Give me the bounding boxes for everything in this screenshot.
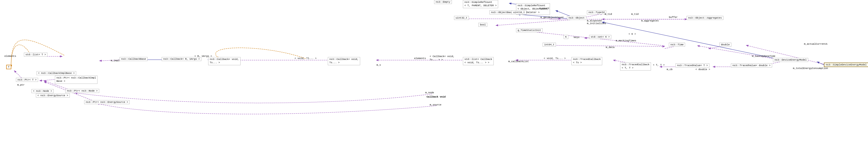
- label-elements2: elements: [414, 57, 426, 60]
- label-callback-void-detected: Callback void: [427, 95, 446, 98]
- label-m-node: m_node: [425, 91, 434, 94]
- label-m-callback-list: m_callbackList: [508, 60, 529, 63]
- label-m-marking-times: m_markingTimes: [616, 39, 636, 42]
- label-m-cb: m_cb: [667, 68, 673, 71]
- label-elements: elements: [4, 55, 16, 57]
- node-int64[interactable]: int64_t: [542, 43, 556, 47]
- label-m-data: m_data: [606, 46, 615, 49]
- label-void-Ts2: < void, Ts... >: [544, 57, 566, 60]
- label-m-last-update: m_lastUpdateTime: [752, 55, 775, 57]
- label-m-impl: m_impl: [111, 59, 120, 62]
- node-uint16[interactable]: uint16_t: [512, 10, 526, 14]
- node-simplerefcount2[interactable]: ns3::SimpleRefCount< T, PARENT, DELETER …: [463, 0, 498, 8]
- label-KT: < K >: [628, 33, 636, 35]
- label-m-get-object-count: m_getObjectCount: [540, 16, 564, 19]
- node-callback-R-UArgs[interactable]: ns3::Callback< R, UArgs >: [162, 57, 201, 61]
- label-m-ptr: m_ptr: [17, 84, 25, 86]
- label-keys: keys: [574, 36, 580, 39]
- node-callback-base[interactable]: ns3::CallbackBase: [120, 57, 148, 61]
- node-time[interactable]: ns3::Time: [669, 43, 685, 47]
- node-callback-void-Ts2[interactable]: ns3::Callback< void,Ts... >: [328, 57, 360, 65]
- node-callbackimplbase[interactable]: < ns3::CallbackImplBase >: [36, 71, 76, 75]
- node-double[interactable]: double: [719, 43, 731, 47]
- node-object[interactable]: ns3::Object: [567, 16, 586, 20]
- node-objectbase[interactable]: ns3::ObjectBase: [490, 10, 515, 14]
- label-m-tid2: m_tid: [631, 13, 639, 15]
- node-stdlist-callback[interactable]: std::list< Callback< void, Ts... > >: [463, 57, 494, 65]
- node-ptr-T[interactable]: ns3::Ptr< T >: [16, 78, 38, 82]
- label-m-actual-current: m_actualCurrentA: [804, 43, 828, 45]
- label-double: < double >: [695, 68, 710, 71]
- node-stdlist-T[interactable]: std::list< T >: [24, 53, 48, 56]
- node-traced-callback-TT[interactable]: ns3::TracedCallback< T, T >: [620, 62, 651, 71]
- node-T[interactable]: T: [6, 65, 11, 69]
- node-empty[interactable]: ns3::Empty: [434, 0, 452, 4]
- label-R-UArgs: < R, UArgs >: [194, 55, 212, 57]
- node-traced-callback-Ts[interactable]: ns3::TracedCallback< Ts >: [571, 57, 602, 65]
- arrows-svg: [0, 0, 868, 155]
- node-node-box[interactable]: < ns3::Node >: [31, 89, 54, 93]
- node-typeid[interactable]: ns3::TypeId: [587, 10, 606, 14]
- node-g-timestaticinit[interactable]: g_TimeStaticInit: [516, 28, 542, 32]
- node-K[interactable]: K: [564, 35, 568, 39]
- label-m-total-energy: m_totalEnergyConsumption: [793, 67, 828, 70]
- label-buffer: buffer: [669, 16, 678, 18]
- node-stdset-K[interactable]: std::set< K >: [589, 35, 611, 39]
- node-object-aggregates[interactable]: ns3::Object::Aggregates: [687, 16, 723, 20]
- label-callback-void: < Callback< void,Ts... > >: [430, 55, 455, 62]
- node-callback-void-Ts[interactable]: ns3::Callback< void,Ts... >: [208, 57, 241, 65]
- node-ptr-node[interactable]: ns3::Ptr< ns3::Node >: [65, 89, 99, 93]
- node-device-energy-model[interactable]: ns3::DeviceEnergyModel: [773, 58, 808, 62]
- svg-line-29: [698, 46, 782, 60]
- node-simple-device-energy-model[interactable]: ns3::SimpleDeviceEnergyModel: [824, 63, 868, 67]
- label-m-initialized: m_initialized: [587, 22, 606, 25]
- diagram-container: ns3::SimpleDeviceEnergyModel ns3::Device…: [0, 0, 868, 155]
- node-traced-value-double[interactable]: ns3::TracedValue< double >: [731, 64, 772, 68]
- label-TT: < T, T >: [653, 64, 665, 66]
- node-bool[interactable]: bool: [478, 23, 487, 27]
- label-m-tid: m_tid: [604, 13, 612, 15]
- node-energysource[interactable]: < ns3::EnergySource >: [36, 93, 70, 98]
- label-m-source: m_source: [430, 104, 441, 106]
- node-ptr-callbackimplbase[interactable]: ns3::Ptr< ns3::CallbackImplBase >: [55, 76, 97, 84]
- node-traced-value-T[interactable]: ns3::TracedValue< T >: [676, 64, 709, 68]
- label-void-Tl: < void, Tl... >: [294, 57, 316, 60]
- label-m-disposed: m_disposed: [587, 20, 601, 22]
- label-m-count: m_count: [539, 7, 550, 10]
- node-ptr-energysource[interactable]: ns3::Ptr< ns3::EnergySource >: [84, 100, 130, 104]
- label-m-v: m_v: [376, 64, 381, 66]
- label-m-aggregates: m_aggregates: [641, 20, 659, 22]
- svg-line-30: [496, 19, 578, 26]
- node-uint32[interactable]: uint32_t: [454, 16, 469, 20]
